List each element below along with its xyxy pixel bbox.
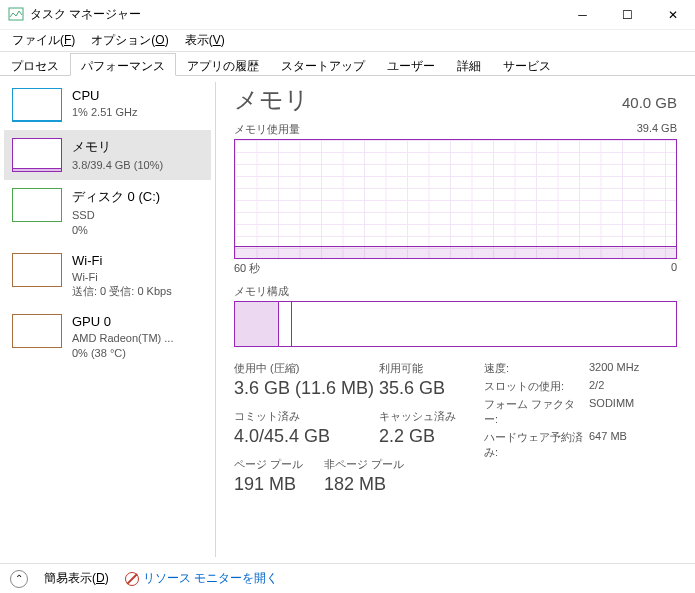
slots-v: 2/2: [589, 379, 604, 394]
app-icon: [8, 7, 24, 23]
prohibit-icon: [125, 572, 139, 586]
footer: ⌃ 簡易表示(D) リソース モニターを開く: [0, 563, 695, 593]
sidebar-item-cpu[interactable]: CPU1% 2.51 GHz: [4, 80, 211, 130]
paged-value: 191 MB: [234, 474, 324, 495]
mem-sub: 3.8/39.4 GB (10%): [72, 158, 163, 172]
wifi-sub1: Wi-Fi: [72, 270, 172, 284]
sidebar: CPU1% 2.51 GHz メモリ3.8/39.4 GB (10%) ディスク…: [0, 76, 215, 563]
hw-v: 647 MB: [589, 430, 627, 460]
cpu-thumb: [12, 88, 62, 122]
usage-label: メモリ使用量: [234, 122, 300, 137]
detail-capacity: 40.0 GB: [622, 94, 677, 111]
disk-sub1: SSD: [72, 208, 160, 222]
title-bar: タスク マネージャー ─ ☐ ✕: [0, 0, 695, 30]
detail-title: メモリ: [234, 84, 309, 116]
disk-thumb: [12, 188, 62, 222]
commit-label: コミット済み: [234, 409, 379, 424]
tab-startup[interactable]: スタートアップ: [270, 53, 376, 76]
form-v: SODIMM: [589, 397, 634, 427]
tab-processes[interactable]: プロセス: [0, 53, 70, 76]
inuse-label: 使用中 (圧縮): [234, 361, 379, 376]
gpu-title: GPU 0: [72, 314, 173, 329]
memory-composition-graph: [234, 301, 677, 347]
tab-users[interactable]: ユーザー: [376, 53, 446, 76]
disk-sub2: 0%: [72, 223, 160, 237]
mem-title: メモリ: [72, 138, 163, 156]
axis-left: 60 秒: [234, 261, 260, 276]
gpu-sub1: AMD Radeon(TM) ...: [72, 331, 173, 345]
sidebar-item-memory[interactable]: メモリ3.8/39.4 GB (10%): [4, 130, 211, 180]
close-button[interactable]: ✕: [650, 0, 695, 30]
slots-k: スロットの使用:: [484, 379, 589, 394]
wifi-sub2: 送信: 0 受信: 0 Kbps: [72, 284, 172, 298]
nonpaged-value: 182 MB: [324, 474, 424, 495]
menu-view[interactable]: 表示(V): [177, 30, 233, 51]
resource-monitor-link[interactable]: リソース モニターを開く: [125, 570, 278, 587]
minimize-button[interactable]: ─: [560, 0, 605, 30]
tab-details[interactable]: 詳細: [446, 53, 492, 76]
tab-performance[interactable]: パフォーマンス: [70, 53, 176, 76]
commit-value: 4.0/45.4 GB: [234, 426, 379, 447]
chevron-up-icon[interactable]: ⌃: [10, 570, 28, 588]
wifi-thumb: [12, 253, 62, 287]
sidebar-item-gpu[interactable]: GPU 0AMD Radeon(TM) ...0% (38 °C): [4, 306, 211, 368]
menu-file[interactable]: ファイル(F): [4, 30, 83, 51]
paged-label: ページ プール: [234, 457, 324, 472]
menu-bar: ファイル(F) オプション(O) 表示(V): [0, 30, 695, 52]
sidebar-item-wifi[interactable]: Wi-FiWi-Fi送信: 0 受信: 0 Kbps: [4, 245, 211, 307]
tab-services[interactable]: サービス: [492, 53, 562, 76]
gpu-sub2: 0% (38 °C): [72, 346, 173, 360]
window-title: タスク マネージャー: [30, 6, 560, 23]
tab-bar: プロセス パフォーマンス アプリの履歴 スタートアップ ユーザー 詳細 サービス: [0, 52, 695, 76]
axis-right: 0: [671, 261, 677, 276]
sidebar-item-disk[interactable]: ディスク 0 (C:)SSD0%: [4, 180, 211, 245]
cpu-sub: 1% 2.51 GHz: [72, 105, 137, 119]
maximize-button[interactable]: ☐: [605, 0, 650, 30]
composition-label: メモリ構成: [234, 284, 289, 299]
cache-label: キャッシュ済み: [379, 409, 479, 424]
tab-apphistory[interactable]: アプリの履歴: [176, 53, 270, 76]
menu-options[interactable]: オプション(O): [83, 30, 176, 51]
speed-v: 3200 MHz: [589, 361, 639, 376]
fewer-details-link[interactable]: 簡易表示(D): [44, 570, 109, 587]
gpu-thumb: [12, 314, 62, 348]
inuse-value: 3.6 GB (11.6 MB): [234, 378, 379, 399]
disk-title: ディスク 0 (C:): [72, 188, 160, 206]
avail-label: 利用可能: [379, 361, 479, 376]
cache-value: 2.2 GB: [379, 426, 479, 447]
hw-k: ハードウェア予約済み:: [484, 430, 589, 460]
detail-pane: メモリ 40.0 GB メモリ使用量39.4 GB 60 秒0 メモリ構成 使用…: [216, 76, 695, 563]
usage-max: 39.4 GB: [637, 122, 677, 137]
mem-thumb: [12, 138, 62, 172]
avail-value: 35.6 GB: [379, 378, 479, 399]
wifi-title: Wi-Fi: [72, 253, 172, 268]
memory-usage-graph: [234, 139, 677, 259]
speed-k: 速度:: [484, 361, 589, 376]
form-k: フォーム ファクター:: [484, 397, 589, 427]
cpu-title: CPU: [72, 88, 137, 103]
nonpaged-label: 非ページ プール: [324, 457, 424, 472]
hw-stats: 速度:3200 MHz スロットの使用:2/2 フォーム ファクター:SODIM…: [484, 361, 639, 505]
